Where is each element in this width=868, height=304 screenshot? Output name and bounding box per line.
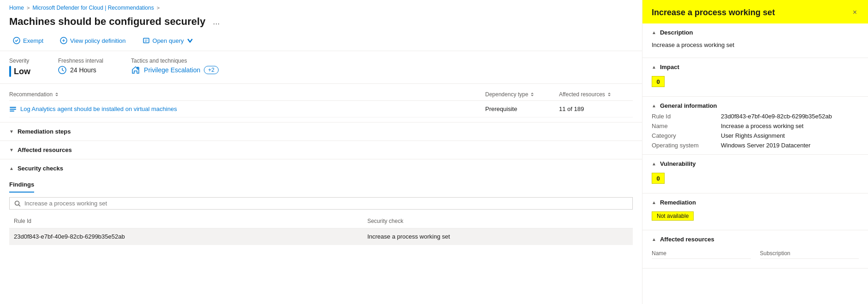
list-icon [9, 106, 17, 112]
policy-icon [60, 37, 67, 44]
tactics-badge[interactable]: +2 [204, 66, 219, 74]
table-header: Recommendation Dependency type Affected … [9, 88, 633, 101]
view-policy-button[interactable]: View policy definition [56, 35, 129, 46]
freshness-value: 24 Hours [58, 66, 103, 74]
breadcrumb-home[interactable]: Home [9, 5, 24, 11]
toolbar: Exempt View policy definition Open query [0, 32, 642, 51]
security-checks-header[interactable]: ▲ Security checks [0, 159, 642, 177]
affected-resources-header[interactable]: ▼ Affected resources [0, 141, 642, 159]
dependency-table: Recommendation Dependency type Affected … [9, 88, 633, 117]
security-check-cell: Increase a process working set [363, 228, 633, 245]
affected-resources-accordion: ▼ Affected resources [0, 140, 642, 159]
clock-icon [58, 66, 66, 74]
panel-title: Increase a process working set [652, 7, 851, 18]
description-section-title: Description [660, 29, 693, 36]
col-dependency-header: Dependency type [485, 91, 559, 98]
page-header: Machines should be configured securely .… [0, 14, 642, 32]
severity-label: Severity [9, 58, 30, 64]
panel-header: Increase a process working set × [642, 0, 868, 23]
remediation-panel-header[interactable]: ▲ Remediation [642, 193, 868, 210]
rule-id-col-header: Rule Id [9, 214, 363, 228]
severity-value: Low [9, 66, 30, 77]
svg-rect-7 [10, 111, 14, 111]
breadcrumb: Home > Microsoft Defender for Cloud | Re… [0, 0, 642, 14]
right-panel: Increase a process working set × ▲ Descr… [642, 0, 868, 304]
svg-rect-2 [143, 38, 149, 43]
vulnerability-header[interactable]: ▲ Vulnerability [642, 155, 868, 171]
remediation-title: Remediation steps [18, 128, 71, 135]
remediation-panel-title: Remediation [660, 199, 696, 206]
security-checks-content: Findings Rule Id Security check 23 [0, 177, 642, 250]
category-value: User Rights Assignment [721, 132, 859, 139]
impact-section-header[interactable]: ▲ Impact [642, 58, 868, 74]
affected-resources-grid: Name Subscription [652, 246, 859, 263]
name-label: Name [652, 123, 716, 129]
query-icon [143, 37, 150, 44]
exempt-icon [13, 37, 20, 44]
col-affected-header: Affected resources [559, 91, 633, 98]
affected-resources-panel-content: Name Subscription [642, 246, 868, 268]
col-recommendation-header: Recommendation [9, 91, 485, 98]
findings-table: Rule Id Security check 23d0f843-e7bf-40e… [9, 214, 633, 245]
impact-content: 0 [642, 74, 868, 96]
remediation-panel-content: Not available [642, 210, 868, 230]
rule-id-value: 23d0f843-e7bf-40e9-82cb-6299b35e52ab [721, 113, 859, 120]
vulnerability-section: ▲ Vulnerability 0 [642, 155, 868, 193]
name-value: Increase a process working set [721, 123, 859, 129]
affected-resources-panel-header[interactable]: ▲ Affected resources [642, 230, 868, 246]
svg-rect-6 [10, 109, 16, 110]
more-options-button[interactable]: ... [210, 16, 222, 28]
exempt-button[interactable]: Exempt [9, 35, 47, 46]
not-available-badge: Not available [652, 211, 694, 221]
description-content: Increase a process working set [642, 40, 868, 58]
remediation-panel-section: ▲ Remediation Not available [642, 193, 868, 230]
breadcrumb-sep-2: > [157, 5, 160, 11]
vulnerability-title: Vulnerability [660, 160, 696, 167]
open-query-button[interactable]: Open query [139, 35, 198, 46]
tactics-icon [131, 66, 140, 74]
findings-tab[interactable]: Findings [9, 177, 34, 193]
chevron-icon-3: ▲ [9, 166, 14, 171]
exempt-label: Exempt [23, 37, 43, 44]
rule-id-label: Rule Id [652, 113, 716, 120]
affected-resources-title: Affected resources [18, 146, 72, 153]
impact-badge: 0 [652, 76, 665, 87]
tactics-value: Privilege Escalation +2 [131, 66, 219, 74]
os-value: Windows Server 2019 Datacenter [721, 142, 859, 149]
security-checks-title: Security checks [18, 165, 63, 172]
description-text: Increase a process working set [652, 40, 859, 52]
severity-item: Severity Low [9, 58, 30, 77]
search-bar[interactable] [9, 197, 633, 210]
tactics-item: Tactics and techniques Privilege Escalat… [131, 58, 219, 74]
vulnerability-content: 0 [642, 171, 868, 193]
chevron-affected: ▲ [652, 237, 656, 242]
chevron-icon: ▼ [9, 129, 14, 134]
search-icon [14, 200, 21, 207]
remediation-header[interactable]: ▼ Remediation steps [0, 123, 642, 140]
freshness-label: Freshness interval [58, 58, 103, 64]
general-info-header[interactable]: ▲ General information [642, 97, 868, 113]
os-label: Operating system [652, 142, 716, 149]
page-title: Machines should be configured securely [9, 16, 205, 28]
vulnerability-badge: 0 [652, 173, 665, 184]
tactics-label: Tactics and techniques [131, 58, 219, 64]
info-grid: Rule Id 23d0f843-e7bf-40e9-82cb-6299b35e… [652, 113, 859, 149]
table-row: Log Analytics agent should be installed … [9, 101, 633, 117]
tactics-link[interactable]: Privilege Escalation [144, 66, 200, 74]
search-input[interactable] [24, 200, 628, 207]
view-policy-label: View policy definition [70, 37, 125, 44]
chevron-general: ▲ [652, 103, 656, 108]
recommendation-cell[interactable]: Log Analytics agent should be installed … [9, 105, 485, 112]
description-section-header[interactable]: ▲ Description [642, 23, 868, 40]
open-query-label: Open query [153, 37, 184, 44]
table-row[interactable]: 23d0f843-e7bf-40e9-82cb-6299b35e52ab Inc… [9, 228, 633, 245]
panel-close-button[interactable]: × [851, 7, 859, 18]
breadcrumb-defender[interactable]: Microsoft Defender for Cloud | Recommend… [32, 5, 154, 11]
rule-id-cell: 23d0f843-e7bf-40e9-82cb-6299b35e52ab [9, 228, 363, 245]
dependency-section: Recommendation Dependency type Affected … [0, 84, 642, 122]
affected-resources-panel-section: ▲ Affected resources Name Subscription [642, 230, 868, 269]
sort-icon [54, 92, 59, 97]
chevron-vuln: ▲ [652, 161, 656, 166]
general-info-title: General information [660, 102, 717, 109]
security-check-col-header: Security check [363, 214, 633, 228]
